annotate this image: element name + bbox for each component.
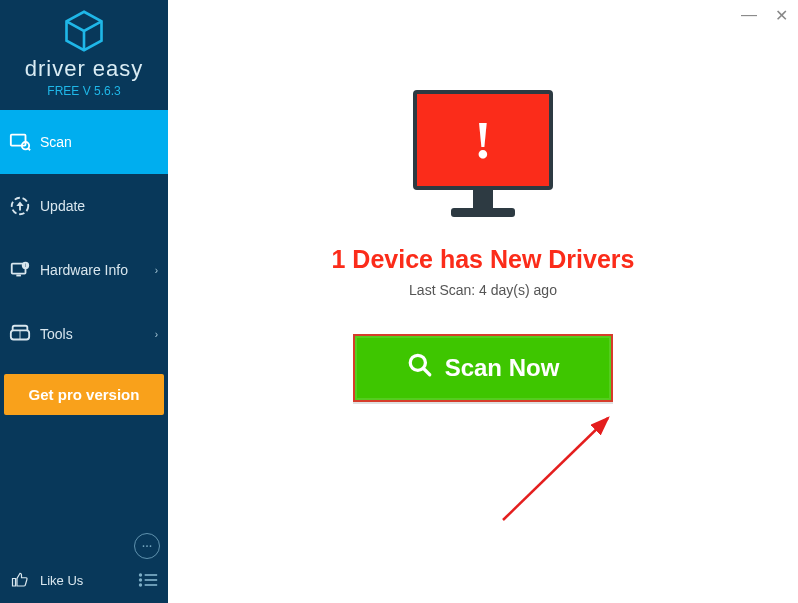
svg-point-15 [150, 545, 152, 547]
update-icon [8, 194, 32, 218]
sidebar-bottom: Like Us [0, 527, 168, 603]
nav: Scan Update i Hardware Info › Tools [0, 110, 168, 366]
monitor-base [451, 208, 515, 217]
thumbs-up-icon [8, 568, 32, 592]
sidebar: driver easy FREE V 5.6.3 Scan Update i [0, 0, 168, 603]
svg-rect-8 [16, 275, 21, 277]
last-scan-text: Last Scan: 4 day(s) ago [409, 282, 557, 298]
svg-line-23 [423, 368, 430, 375]
like-us-label: Like Us [40, 573, 83, 588]
svg-point-16 [139, 573, 142, 576]
get-pro-button[interactable]: Get pro version [4, 374, 164, 415]
nav-item-hardware-info[interactable]: i Hardware Info › [0, 238, 168, 302]
monitor-stand [473, 190, 493, 208]
alert-monitor-graphic: ! [413, 90, 553, 217]
magnify-icon [407, 352, 433, 384]
exclamation-icon: ! [474, 111, 491, 170]
svg-point-13 [143, 545, 145, 547]
svg-point-14 [146, 545, 148, 547]
scan-icon [8, 130, 32, 154]
scan-content: ! 1 Device has New Drivers Last Scan: 4 … [168, 0, 798, 402]
nav-label-update: Update [40, 198, 158, 214]
svg-rect-2 [11, 135, 26, 146]
brand-name: driver easy [25, 56, 144, 82]
feedback-icon[interactable] [134, 533, 160, 559]
version-label: FREE V 5.6.3 [47, 84, 120, 98]
nav-label-hardware: Hardware Info [40, 262, 155, 278]
window-controls: — ✕ [740, 6, 790, 25]
nav-item-update[interactable]: Update [0, 174, 168, 238]
menu-list-icon[interactable] [136, 567, 160, 593]
close-button[interactable]: ✕ [772, 6, 790, 25]
svg-point-20 [139, 583, 142, 586]
like-us-button[interactable]: Like Us [8, 568, 136, 592]
hardware-icon: i [8, 258, 32, 282]
svg-line-4 [28, 148, 30, 150]
nav-item-scan[interactable]: Scan [0, 110, 168, 174]
svg-line-24 [503, 418, 608, 520]
scan-now-label: Scan Now [445, 354, 560, 382]
main-panel: — ✕ ! 1 Device has New Drivers Last Scan… [168, 0, 798, 603]
tools-icon [8, 322, 32, 346]
chevron-right-icon: › [155, 329, 158, 340]
cube-logo-icon [63, 10, 105, 52]
nav-label-scan: Scan [40, 134, 158, 150]
app-logo-area: driver easy FREE V 5.6.3 [0, 0, 168, 110]
scan-now-button[interactable]: Scan Now [353, 334, 613, 402]
chevron-right-icon: › [155, 265, 158, 276]
get-pro-label: Get pro version [29, 386, 140, 403]
monitor-screen: ! [413, 90, 553, 190]
scan-headline: 1 Device has New Drivers [332, 245, 635, 274]
nav-label-tools: Tools [40, 326, 155, 342]
svg-marker-6 [16, 201, 23, 210]
minimize-button[interactable]: — [740, 6, 758, 25]
svg-point-18 [139, 578, 142, 581]
annotation-arrow [498, 410, 658, 530]
nav-item-tools[interactable]: Tools › [0, 302, 168, 366]
svg-text:i: i [25, 263, 26, 268]
